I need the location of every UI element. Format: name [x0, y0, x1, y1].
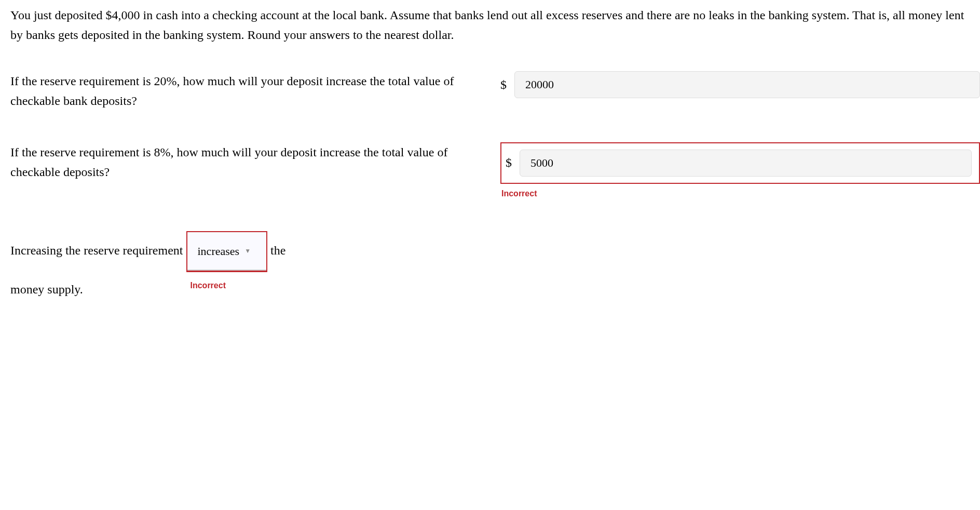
question-2: If the reserve requirement is 8%, how mu…: [10, 142, 970, 200]
question-2-text: If the reserve requirement is 8%, how mu…: [10, 142, 500, 182]
sentence-mid: the: [270, 244, 285, 257]
question-3: Increasing the reserve requirement incre…: [10, 231, 970, 307]
currency-symbol: $: [506, 153, 512, 172]
question-1: If the reserve requirement is 20%, how m…: [10, 71, 970, 111]
answer-input-1[interactable]: [514, 71, 980, 98]
question-1-text: If the reserve requirement is 20%, how m…: [10, 71, 500, 111]
feedback-label: Incorrect: [501, 187, 980, 200]
sentence-post: money supply.: [10, 283, 83, 296]
chevron-down-icon: ▼: [244, 243, 251, 260]
sentence-pre: Increasing the reserve requirement: [10, 244, 183, 257]
currency-symbol: $: [500, 75, 507, 95]
incorrect-answer-frame: $: [500, 142, 980, 184]
feedback-label: Incorrect: [190, 274, 226, 298]
reserve-effect-dropdown[interactable]: increases ▼: [186, 231, 268, 272]
dropdown-selected-value: increases: [198, 235, 240, 267]
intro-text: You just deposited $4,000 in cash into a…: [10, 5, 970, 45]
answer-input-2[interactable]: [520, 150, 972, 177]
